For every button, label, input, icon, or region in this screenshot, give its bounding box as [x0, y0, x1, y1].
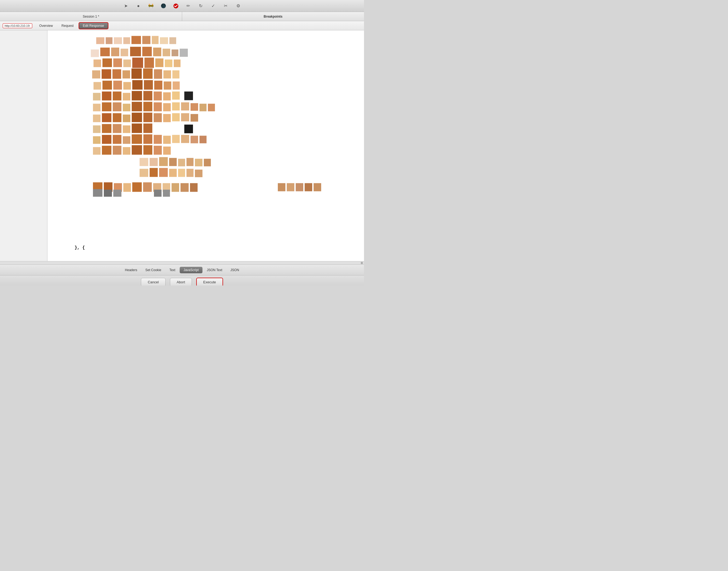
scrollbar-thumb[interactable]: [361, 262, 363, 264]
svg-rect-16: [153, 48, 161, 56]
svg-rect-119: [169, 169, 177, 177]
circle-icon[interactable]: ●: [136, 3, 141, 9]
svg-rect-86: [143, 124, 152, 133]
svg-rect-42: [132, 80, 143, 90]
tab-json-text[interactable]: JSON Text: [203, 267, 226, 273]
svg-rect-103: [123, 147, 130, 155]
cloud-icon[interactable]: 🌑: [160, 3, 166, 9]
svg-rect-63: [154, 103, 162, 111]
tab-text[interactable]: Text: [166, 267, 179, 273]
abort-button[interactable]: Abort: [170, 278, 192, 286]
svg-rect-9: [169, 37, 176, 44]
svg-rect-46: [173, 82, 180, 90]
svg-rect-18: [172, 49, 178, 56]
svg-rect-65: [172, 103, 180, 111]
svg-rect-66: [181, 103, 189, 111]
svg-rect-13: [121, 49, 128, 56]
svg-rect-85: [132, 124, 142, 133]
code-text: }, {: [75, 245, 85, 250]
refresh-icon[interactable]: ↻: [198, 3, 204, 9]
svg-rect-87: [184, 125, 193, 133]
pen-icon[interactable]: ✏: [185, 3, 191, 9]
svg-rect-135: [104, 190, 112, 197]
svg-rect-50: [123, 93, 130, 101]
svg-rect-139: [278, 183, 285, 192]
settings-icon[interactable]: ⚙: [235, 3, 241, 9]
svg-rect-121: [186, 169, 193, 177]
tab-edit-response[interactable]: Edit Response: [79, 22, 108, 29]
svg-rect-132: [180, 183, 189, 192]
svg-rect-57: [93, 104, 101, 111]
svg-rect-78: [172, 113, 180, 121]
pixel-canvas: }, {: [47, 30, 364, 261]
svg-rect-59: [113, 103, 121, 111]
svg-rect-82: [102, 124, 111, 133]
svg-rect-90: [113, 135, 121, 144]
tab-headers[interactable]: Headers: [121, 267, 141, 273]
svg-rect-91: [123, 136, 130, 144]
svg-rect-76: [154, 113, 162, 122]
svg-rect-41: [123, 82, 131, 90]
tab-set-cookie[interactable]: Set Cookie: [141, 267, 165, 273]
svg-rect-118: [159, 168, 168, 177]
tab-json[interactable]: JSON: [227, 267, 243, 273]
svg-rect-49: [113, 92, 121, 101]
tools-icon[interactable]: ✂: [223, 3, 229, 9]
svg-rect-109: [150, 158, 158, 166]
svg-rect-53: [154, 92, 162, 101]
svg-rect-108: [140, 158, 148, 166]
svg-rect-138: [163, 190, 170, 197]
svg-rect-3: [114, 37, 122, 44]
content-area: }, {: [47, 30, 364, 261]
svg-rect-137: [154, 190, 162, 197]
tab-request[interactable]: Request: [58, 23, 78, 29]
svg-rect-58: [102, 103, 111, 111]
svg-rect-114: [195, 159, 202, 166]
svg-rect-126: [123, 183, 131, 192]
cancel-button[interactable]: Cancel: [141, 278, 165, 286]
svg-rect-92: [132, 134, 142, 144]
svg-rect-131: [172, 183, 179, 192]
svg-rect-107: [163, 147, 171, 155]
svg-rect-71: [102, 113, 111, 122]
svg-rect-1: [96, 37, 104, 44]
svg-rect-7: [152, 36, 159, 44]
svg-rect-102: [113, 146, 121, 155]
svg-rect-8: [160, 37, 168, 44]
svg-rect-47: [93, 93, 101, 101]
svg-rect-36: [163, 71, 171, 79]
session-bar: Session 1 * Breakpoints: [0, 12, 364, 21]
arrow-icon[interactable]: ➤: [123, 3, 129, 9]
breakpoints-tab[interactable]: Breakpoints: [182, 12, 364, 21]
horizontal-scrollbar[interactable]: [0, 261, 364, 264]
svg-rect-19: [180, 49, 188, 57]
svg-rect-116: [140, 169, 148, 177]
svg-rect-96: [172, 135, 180, 143]
svg-rect-113: [186, 158, 193, 166]
svg-rect-10: [91, 49, 99, 57]
session-tab[interactable]: Session 1 *: [0, 12, 182, 21]
svg-rect-100: [93, 147, 101, 155]
svg-rect-112: [178, 159, 185, 166]
svg-rect-134: [93, 189, 103, 197]
svg-rect-25: [144, 58, 154, 68]
bottom-tabs: Headers Set Cookie Text JavaScript JSON …: [0, 264, 364, 275]
check-icon[interactable]: ✓: [210, 3, 216, 9]
tab-javascript[interactable]: JavaScript: [180, 267, 202, 273]
checkmark-red-icon[interactable]: [173, 3, 179, 9]
svg-rect-29: [92, 71, 100, 79]
svg-rect-97: [181, 135, 189, 143]
svg-rect-30: [102, 70, 111, 79]
svg-rect-60: [123, 104, 130, 111]
execute-button[interactable]: Execute: [196, 277, 223, 286]
svg-rect-24: [132, 58, 143, 68]
tab-overview[interactable]: Overview: [35, 23, 57, 29]
barrier-icon[interactable]: 🚧: [148, 3, 154, 9]
svg-rect-98: [190, 136, 198, 143]
svg-rect-4: [123, 37, 130, 44]
svg-rect-128: [143, 183, 152, 192]
svg-rect-48: [102, 92, 111, 101]
svg-rect-35: [154, 70, 162, 79]
svg-rect-101: [102, 146, 111, 155]
svg-rect-6: [142, 36, 150, 44]
